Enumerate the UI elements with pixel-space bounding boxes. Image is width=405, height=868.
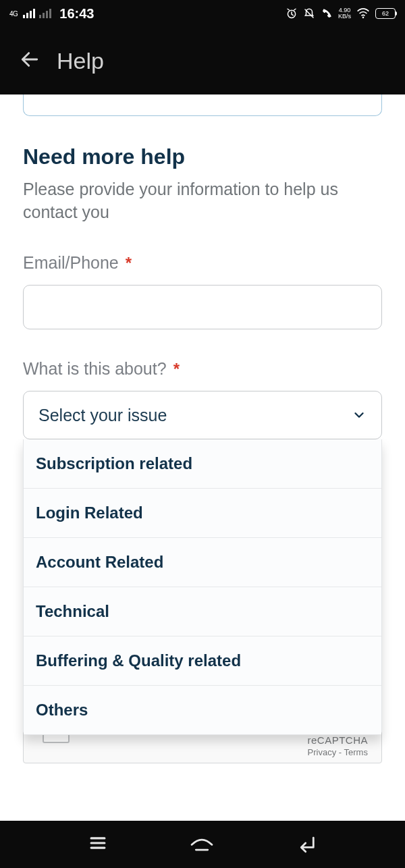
battery-level: 62 (382, 10, 389, 17)
issue-select-placeholder: Select your issue (38, 406, 167, 425)
nav-back-button[interactable] (294, 832, 319, 857)
wifi-icon (356, 8, 370, 19)
required-mark: * (173, 360, 180, 379)
recaptcha-terms-link[interactable]: Terms (344, 747, 368, 757)
issue-option[interactable]: Technical (24, 587, 381, 636)
about-label: What is this about? * (23, 359, 382, 379)
form-heading: Need more help (23, 144, 382, 169)
recaptcha-links: Privacy - Terms (307, 747, 368, 757)
previous-card-bottom (23, 94, 382, 116)
email-label-text: Email/Phone (23, 253, 119, 273)
recaptcha-privacy-link[interactable]: Privacy (308, 747, 337, 757)
issue-option-label: Buffering & Quality related (36, 651, 241, 670)
system-nav-bar (0, 821, 405, 868)
status-left: 4G 16:43 (9, 6, 94, 22)
issue-dropdown: Subscription related Login Related Accou… (23, 439, 382, 735)
alarm-icon (286, 7, 298, 20)
link-separator: - (336, 747, 344, 757)
issue-select-wrap: Select your issue Subscription related L… (23, 391, 382, 439)
issue-option[interactable]: Others (24, 686, 381, 734)
issue-option-label: Login Related (36, 504, 143, 522)
page-title: Help (57, 48, 104, 74)
call-icon (321, 7, 333, 20)
app-bar: Help (0, 27, 405, 94)
issue-option-label: Others (36, 701, 88, 719)
form-subheading: Please provide your information to help … (23, 178, 382, 223)
issue-option-label: Subscription related (36, 454, 192, 472)
content-area: Need more help Please provide your infor… (0, 94, 405, 763)
data-rate: 4.90 KB/s (338, 7, 351, 20)
chevron-down-icon (352, 408, 367, 423)
email-field[interactable] (23, 285, 382, 329)
arrow-left-icon (19, 49, 40, 70)
back-icon (294, 832, 319, 855)
home-button[interactable] (188, 832, 215, 857)
issue-option-label: Account Related (36, 553, 163, 571)
issue-option-label: Technical (36, 602, 109, 620)
signal-secondary-icon (39, 9, 51, 18)
home-icon (188, 832, 215, 855)
issue-select[interactable]: Select your issue (23, 391, 382, 439)
battery-icon: 62 (375, 8, 396, 19)
issue-option[interactable]: Login Related (24, 489, 381, 538)
issue-option[interactable]: Buffering & Quality related (24, 636, 381, 686)
recaptcha-brand: reCAPTCHA (307, 734, 368, 746)
back-button[interactable] (19, 49, 40, 73)
required-mark: * (126, 254, 132, 273)
menu-icon (86, 832, 109, 855)
svg-point-1 (362, 17, 364, 19)
clock: 16:43 (59, 6, 94, 22)
status-right: 4.90 KB/s 62 (286, 7, 396, 20)
recent-apps-button[interactable] (86, 832, 109, 857)
email-label: Email/Phone * (23, 253, 382, 273)
network-type: 4G (9, 10, 18, 18)
signal-icon (23, 9, 35, 18)
dnd-icon (303, 7, 315, 20)
issue-option[interactable]: Account Related (24, 538, 381, 587)
data-rate-unit: KB/s (338, 13, 351, 20)
issue-option[interactable]: Subscription related (24, 439, 381, 489)
status-bar: 4G 16:43 4.90 KB/s 62 (0, 0, 405, 27)
about-label-text: What is this about? (23, 359, 167, 379)
